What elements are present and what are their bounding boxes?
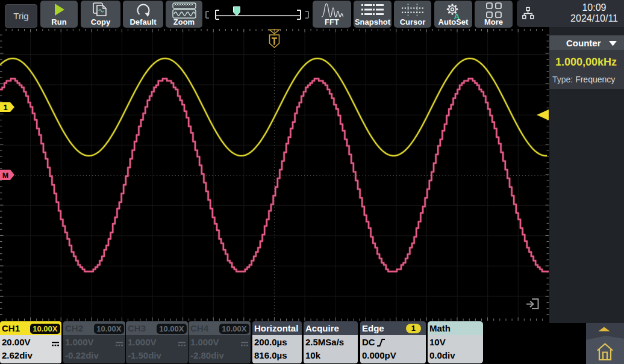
- svg-text:1: 1: [3, 103, 7, 112]
- svg-text:A: A: [454, 12, 460, 20]
- svg-text:M: M: [2, 171, 8, 180]
